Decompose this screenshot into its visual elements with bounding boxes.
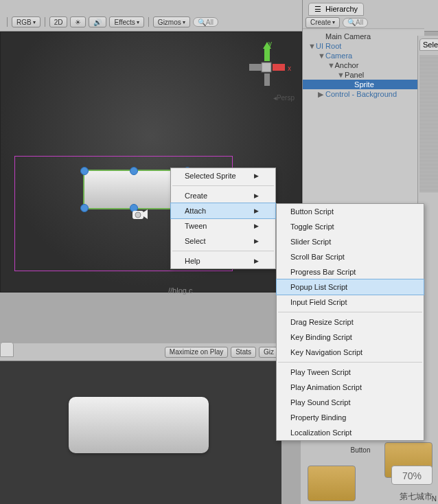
hierarchy-item-panel[interactable]: ▼ Panel	[303, 70, 424, 80]
zoom-percent[interactable]: 70%	[391, 466, 433, 485]
menu-item-tween[interactable]: Tween▶	[171, 218, 275, 233]
resize-handle[interactable]	[130, 167, 138, 175]
menu-item-play-sound-script[interactable]: Play Sound Script	[277, 395, 424, 410]
separator	[45, 17, 45, 27]
svg-marker-10	[143, 209, 148, 219]
resize-handle[interactable]	[80, 204, 89, 212]
rgb-dropdown[interactable]: RGB ▾	[12, 16, 41, 27]
hierarchy-item-control---background[interactable]: ▶ Control - Background	[303, 89, 424, 100]
menu-item-localization-script[interactable]: Localization Script	[277, 425, 424, 440]
menu-item-progress-bar-script[interactable]: Progress Bar Script	[277, 264, 424, 279]
hierarchy-item-anchor[interactable]: ▼ Anchor	[303, 60, 424, 70]
2d-toggle[interactable]: 2D	[49, 16, 68, 27]
menu-item-input-field-script[interactable]: Input Field Script	[277, 295, 424, 310]
atlas-label: Button	[336, 446, 384, 454]
menu-item-help[interactable]: Help▶	[171, 253, 275, 268]
separator	[148, 17, 149, 27]
menu-item-play-animation-script[interactable]: Play Animation Script	[277, 380, 424, 395]
menu-item-button-script[interactable]: Button Script	[277, 204, 424, 219]
menu-item-scroll-bar-script[interactable]: Scroll Bar Script	[277, 249, 424, 264]
svg-rect-3	[264, 47, 270, 61]
maximize-toggle[interactable]: Maximize on Play	[165, 347, 228, 358]
menu-separator	[278, 362, 422, 363]
menu-separator	[172, 185, 274, 186]
menu-item-drag-resize-script[interactable]: Drag Resize Script	[277, 314, 424, 330]
svg-rect-0	[262, 62, 271, 72]
game-toolbar: Maximize on Play Stats Giz	[0, 343, 281, 361]
game-view: Maximize on Play Stats Giz	[0, 343, 281, 504]
menu-item-slider-script[interactable]: Slider Script	[277, 234, 424, 249]
svg-rect-7	[264, 73, 270, 86]
hierarchy-item-sprite[interactable]: Sprite	[303, 80, 424, 89]
menu-item-attach[interactable]: Attach▶	[170, 203, 276, 219]
scene-search[interactable]: 🔍All	[193, 17, 218, 27]
menu-item-create[interactable]: Create▶	[171, 188, 275, 203]
orientation-gizmo[interactable]: x y	[240, 39, 295, 94]
watermark: 第七城市	[400, 491, 433, 503]
audio-icon[interactable]: 🔊	[89, 16, 106, 27]
menu-separator	[278, 312, 422, 312]
projection-label[interactable]: ◂Persp	[273, 94, 295, 102]
game-tab-stub[interactable]	[0, 342, 14, 357]
menu-item-property-binding[interactable]: Property Binding	[277, 410, 424, 425]
hierarchy-item-camera[interactable]: ▼ Camera	[303, 51, 424, 60]
svg-rect-1	[273, 64, 285, 71]
menu-item-key-binding-script[interactable]: Key Binding Script	[277, 330, 424, 345]
menu-item-play-tween-script[interactable]: Play Tween Script	[277, 365, 424, 380]
hierarchy-search[interactable]: 🔍All	[343, 18, 368, 27]
separator	[7, 17, 8, 27]
menu-item-key-navigation-script[interactable]: Key Navigation Script	[277, 345, 424, 360]
stats-toggle[interactable]: Stats	[231, 347, 256, 358]
camera-icon	[131, 207, 149, 220]
svg-point-9	[135, 212, 141, 218]
effects-dropdown[interactable]: Effects ▾	[109, 16, 143, 27]
watermark-text: //blog.c	[168, 286, 192, 295]
context-submenu-attach[interactable]: Button ScriptToggle ScriptSlider ScriptS…	[276, 203, 424, 441]
atlas-thumb[interactable]	[308, 466, 356, 501]
watermark-n: N	[432, 495, 437, 503]
light-icon[interactable]: ☀	[70, 16, 86, 27]
game-preview-sprite	[69, 397, 209, 453]
menu-item-toggle-script[interactable]: Toggle Script	[277, 219, 424, 234]
menu-separator	[172, 251, 274, 251]
svg-rect-6	[249, 64, 262, 71]
svg-text:y: y	[268, 40, 272, 47]
resize-handle[interactable]	[80, 167, 89, 175]
gizmos-dropdown[interactable]: Gizmos ▾	[153, 16, 190, 27]
context-menu[interactable]: Selected Sprite▶Create▶Attach▶Tween▶Sele…	[170, 168, 276, 269]
hierarchy-item-ui-root[interactable]: ▼ UI Root	[303, 41, 424, 51]
hierarchy-item-main-camera[interactable]: Main Camera	[303, 32, 424, 41]
create-dropdown[interactable]: Create ▾	[306, 17, 340, 28]
hierarchy-tab[interactable]: ☰Hierarchy	[308, 3, 364, 16]
menu-item-selected-sprite[interactable]: Selected Sprite▶	[171, 168, 275, 183]
menu-item-select[interactable]: Select▶	[171, 233, 275, 249]
preview-texture	[419, 55, 438, 192]
svg-text:x: x	[288, 65, 291, 72]
selector-tab[interactable]: Selec	[419, 38, 438, 51]
menu-item-popup-list-script[interactable]: Popup List Script	[276, 279, 424, 295]
